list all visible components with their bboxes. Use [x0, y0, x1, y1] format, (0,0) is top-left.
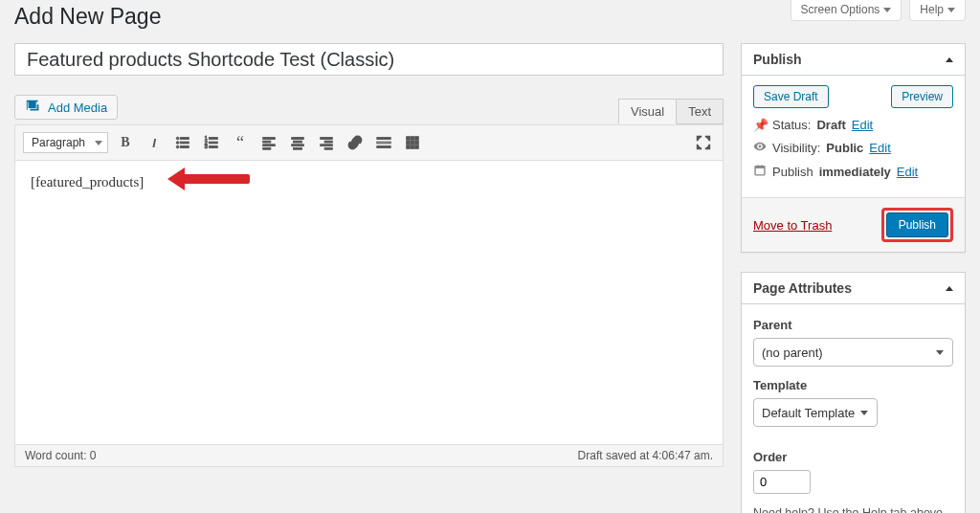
editor-text: [featured_products] [31, 174, 144, 190]
align-right-button[interactable] [315, 131, 338, 154]
bulleted-list-button[interactable] [171, 131, 194, 154]
svg-rect-21 [321, 138, 333, 140]
blockquote-button[interactable]: “ [229, 131, 252, 154]
edit-visibility-link[interactable]: Edit [869, 141, 890, 155]
publish-highlight: Publish [881, 208, 953, 242]
tab-visual[interactable]: Visual [618, 99, 677, 124]
bold-button[interactable]: B [114, 131, 137, 154]
page-attributes-title: Page Attributes [753, 280, 852, 296]
svg-point-37 [759, 145, 762, 148]
editor-status-bar: Word count: 0 Draft saved at 4:06:47 am. [15, 444, 723, 466]
schedule-label: Publish [772, 165, 813, 179]
publish-button[interactable]: Publish [886, 212, 948, 237]
svg-rect-16 [263, 147, 271, 149]
svg-rect-24 [324, 147, 332, 149]
status-value: Draft [816, 118, 845, 132]
align-center-button[interactable] [286, 131, 309, 154]
svg-rect-22 [324, 141, 332, 143]
svg-rect-20 [294, 147, 302, 149]
collapse-icon [946, 286, 953, 291]
svg-rect-30 [415, 137, 419, 141]
move-to-trash-link[interactable]: Move to Trash [753, 218, 832, 233]
svg-rect-14 [263, 141, 271, 143]
svg-rect-31 [407, 141, 411, 145]
chevron-down-icon [947, 8, 955, 12]
screen-options-tab[interactable]: Screen Options [791, 0, 902, 21]
svg-rect-15 [263, 145, 276, 146]
eye-icon [753, 140, 767, 156]
svg-rect-23 [321, 145, 333, 146]
add-media-label: Add Media [48, 100, 107, 115]
status-label: Status: [772, 118, 811, 132]
word-count: Word count: 0 [25, 449, 96, 462]
edit-status-link[interactable]: Edit [852, 118, 873, 132]
svg-rect-35 [411, 145, 414, 149]
block-format-select[interactable]: Paragraph [23, 132, 108, 153]
media-icon [25, 99, 42, 116]
visibility-value: Public [826, 141, 863, 155]
fullscreen-button[interactable] [692, 131, 715, 154]
editor-content-area[interactable]: [featured_products] [15, 161, 723, 444]
svg-rect-26 [377, 142, 390, 144]
svg-point-5 [176, 145, 179, 148]
visibility-row: Visibility: Public Edit [753, 140, 953, 156]
template-select[interactable]: Default Template [753, 398, 878, 427]
annotation-arrow-icon [167, 165, 254, 190]
calendar-icon [753, 164, 767, 180]
publish-box: Publish Save Draft Preview 📌 Status: Dra… [741, 43, 966, 253]
numbered-list-button[interactable]: 123 [200, 131, 223, 154]
editor-toolbar: Paragraph B I 123 “ [15, 125, 723, 161]
editor: Paragraph B I 123 “ [14, 124, 724, 467]
svg-rect-2 [180, 138, 189, 140]
align-left-button[interactable] [257, 131, 280, 154]
collapse-icon [946, 57, 953, 62]
toolbar-toggle-button[interactable] [401, 131, 424, 154]
svg-rect-18 [294, 141, 302, 143]
svg-rect-29 [411, 137, 414, 141]
post-title-input[interactable] [14, 43, 724, 76]
preview-button[interactable]: Preview [891, 85, 953, 108]
page-attributes-header[interactable]: Page Attributes [742, 273, 965, 304]
help-tab[interactable]: Help [909, 0, 966, 21]
page-attributes-box: Page Attributes Parent (no parent) Templ… [741, 272, 966, 513]
help-label: Help [920, 3, 944, 16]
schedule-row: Publish immediately Edit [753, 164, 953, 180]
visibility-label: Visibility: [772, 141, 820, 155]
chevron-down-icon [883, 8, 891, 12]
svg-rect-40 [757, 165, 758, 167]
svg-rect-8 [209, 138, 217, 140]
tab-text[interactable]: Text [677, 99, 724, 124]
svg-point-1 [176, 137, 179, 140]
svg-rect-12 [209, 146, 217, 148]
screen-options-label: Screen Options [801, 3, 880, 16]
svg-point-3 [176, 142, 179, 145]
svg-rect-25 [377, 138, 390, 140]
parent-select[interactable]: (no parent) [753, 338, 953, 367]
order-input[interactable] [753, 470, 811, 494]
svg-rect-17 [292, 138, 304, 140]
add-media-button[interactable]: Add Media [14, 95, 118, 120]
template-label: Template [753, 378, 953, 392]
svg-rect-32 [411, 141, 414, 145]
svg-rect-13 [263, 138, 276, 140]
attributes-help-text: Need help? Use the Help tab above the sc… [753, 505, 953, 513]
parent-label: Parent [753, 318, 953, 332]
svg-rect-4 [180, 142, 189, 144]
svg-rect-19 [292, 145, 304, 146]
svg-point-0 [30, 103, 32, 105]
autosave-status: Draft saved at 4:06:47 am. [578, 449, 713, 462]
insert-more-button[interactable] [372, 131, 395, 154]
schedule-value: immediately [819, 165, 891, 179]
svg-text:3: 3 [205, 144, 208, 149]
save-draft-button[interactable]: Save Draft [753, 85, 829, 108]
edit-schedule-link[interactable]: Edit [897, 165, 918, 179]
svg-rect-28 [407, 137, 411, 141]
svg-rect-36 [415, 145, 419, 149]
svg-rect-27 [377, 146, 390, 148]
italic-button[interactable]: I [143, 131, 166, 154]
svg-rect-41 [761, 165, 762, 167]
publish-box-header[interactable]: Publish [742, 44, 965, 76]
insert-link-button[interactable] [344, 131, 367, 154]
svg-rect-33 [415, 141, 419, 145]
svg-rect-10 [209, 142, 217, 144]
